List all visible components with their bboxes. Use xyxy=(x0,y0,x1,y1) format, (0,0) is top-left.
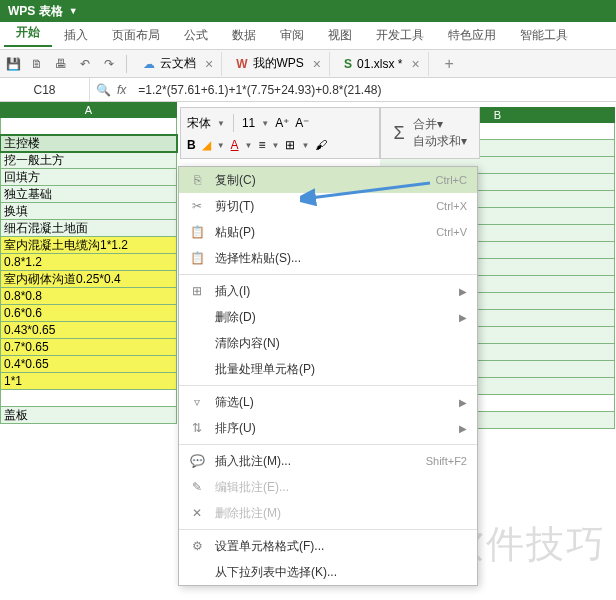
col-a-rows: 主控楼 挖一般土方 回填方 独立基础 换填 细石混凝土地面 室内混凝土电缆沟1*… xyxy=(0,118,177,424)
cell[interactable]: 换填 xyxy=(0,203,177,220)
cell[interactable]: 0.43*0.65 xyxy=(0,322,177,339)
chevron-right-icon: ▶ xyxy=(459,397,467,408)
align-icon[interactable]: ≡ xyxy=(259,138,266,152)
format-painter-icon[interactable]: 🖌 xyxy=(315,138,327,152)
app-title: WPS 表格 xyxy=(8,3,63,20)
preview-icon[interactable]: 🗎 xyxy=(28,55,46,73)
tab-cloud-label: 云文档 xyxy=(160,55,196,72)
close-icon[interactable]: × xyxy=(205,56,213,72)
tab-cloud[interactable]: ☁ 云文档 × xyxy=(135,52,222,76)
cell[interactable]: 0.7*0.65 xyxy=(0,339,177,356)
ctx-clear[interactable]: 清除内容(N) xyxy=(179,330,477,356)
close-icon[interactable]: × xyxy=(411,56,419,72)
cell[interactable]: 独立基础 xyxy=(0,186,177,203)
cell[interactable]: 细石混凝土地面 xyxy=(0,220,177,237)
font-grow-icon[interactable]: A⁺ xyxy=(275,116,289,130)
menu-formula[interactable]: 公式 xyxy=(172,27,220,44)
menu-layout[interactable]: 页面布局 xyxy=(100,27,172,44)
tab-mywps-label: 我的WPS xyxy=(253,55,304,72)
font-color-icon[interactable]: A xyxy=(231,138,239,152)
cell[interactable]: 盖板 xyxy=(0,407,177,424)
merge-label[interactable]: 合并 xyxy=(413,117,437,131)
cell[interactable]: 回填方 xyxy=(0,169,177,186)
quick-toolbar: 💾 🗎 🖶 ↶ ↷ ☁ 云文档 × W 我的WPS × S 01.xlsx * … xyxy=(0,50,616,78)
cell[interactable]: 0.4*0.65 xyxy=(0,356,177,373)
ctx-insert[interactable]: ⊞ 插入(I) ▶ xyxy=(179,278,477,304)
insert-icon: ⊞ xyxy=(189,284,205,298)
ctx-batch[interactable]: 批量处理单元格(P) xyxy=(179,356,477,382)
sort-icon: ⇅ xyxy=(189,421,205,435)
search-icon[interactable]: 🔍 xyxy=(96,83,111,97)
comment-icon: 💬 xyxy=(189,454,205,468)
formula-input[interactable]: =1.2*(57.61+6.1)+1*(7.75+24.93)+0.8*(21.… xyxy=(132,78,616,101)
font-shrink-icon[interactable]: A⁻ xyxy=(295,116,309,130)
save-icon[interactable]: 💾 xyxy=(4,55,22,73)
cell[interactable]: 室内砌体沟道0.25*0.4 xyxy=(0,271,177,288)
new-tab-button[interactable]: + xyxy=(435,55,464,73)
chevron-right-icon: ▶ xyxy=(459,423,467,434)
cut-icon: ✂ xyxy=(189,199,205,213)
menu-start[interactable]: 开始 xyxy=(4,24,52,47)
ctx-insert-comment[interactable]: 💬 插入批注(M)... Shift+F2 xyxy=(179,448,477,474)
border-icon[interactable]: ⊞ xyxy=(285,138,295,152)
chevron-down-icon[interactable]: ▼ xyxy=(245,141,253,150)
ctx-dropdown-pick[interactable]: 从下拉列表中选择(K)... xyxy=(179,559,477,585)
cell[interactable]: 室内混凝土电缆沟1*1.2 xyxy=(0,237,177,254)
cell[interactable]: 0.6*0.6 xyxy=(0,305,177,322)
tab-file[interactable]: S 01.xlsx * × xyxy=(336,52,429,76)
chevron-down-icon[interactable]: ▾ xyxy=(437,117,443,131)
menu-smart[interactable]: 智能工具 xyxy=(508,27,580,44)
col-a-header[interactable]: A xyxy=(0,102,177,118)
print-icon[interactable]: 🖶 xyxy=(52,55,70,73)
chevron-down-icon[interactable]: ▾ xyxy=(461,134,467,148)
menu-insert[interactable]: 插入 xyxy=(52,27,100,44)
menu-dev[interactable]: 开发工具 xyxy=(364,27,436,44)
cell[interactable] xyxy=(0,390,177,407)
ctx-delete[interactable]: 删除(D) ▶ xyxy=(179,304,477,330)
wps-icon: W xyxy=(236,57,247,71)
chevron-down-icon[interactable]: ▼ xyxy=(272,141,280,150)
cell[interactable]: 1*1 xyxy=(0,373,177,390)
chevron-right-icon: ▶ xyxy=(459,312,467,323)
tab-mywps[interactable]: W 我的WPS × xyxy=(228,52,330,76)
cell-selected[interactable]: 主控楼 xyxy=(0,135,177,152)
size-select[interactable]: 11 xyxy=(242,116,255,130)
cell[interactable]: 0.8*1.2 xyxy=(0,254,177,271)
filter-icon: ▿ xyxy=(189,395,205,409)
undo-icon[interactable]: ↶ xyxy=(76,55,94,73)
chevron-down-icon[interactable]: ▼ xyxy=(217,141,225,150)
ctx-copy[interactable]: ⎘ 复制(C) Ctrl+C xyxy=(179,167,477,193)
chevron-down-icon[interactable]: ▼ xyxy=(261,119,269,128)
menu-view[interactable]: 视图 xyxy=(316,27,364,44)
menu-special[interactable]: 特色应用 xyxy=(436,27,508,44)
chevron-down-icon[interactable]: ▼ xyxy=(217,119,225,128)
autosum-label[interactable]: 自动求和 xyxy=(413,134,461,148)
title-dropdown-icon[interactable]: ▼ xyxy=(69,6,78,16)
ctx-paste-special[interactable]: 📋 选择性粘贴(S)... xyxy=(179,245,477,271)
separator xyxy=(179,529,477,530)
cell-reference[interactable]: C18 xyxy=(0,78,90,101)
cell[interactable] xyxy=(0,118,177,135)
redo-icon[interactable]: ↷ xyxy=(100,55,118,73)
menu-review[interactable]: 审阅 xyxy=(268,27,316,44)
ctx-filter[interactable]: ▿ 筛选(L) ▶ xyxy=(179,389,477,415)
paste-icon: 📋 xyxy=(189,225,205,239)
fill-color-icon[interactable]: ◢ xyxy=(202,138,211,152)
chevron-right-icon: ▶ xyxy=(459,286,467,297)
menu-data[interactable]: 数据 xyxy=(220,27,268,44)
ctx-paste[interactable]: 📋 粘贴(P) Ctrl+V xyxy=(179,219,477,245)
format-icon: ⚙ xyxy=(189,539,205,553)
font-select[interactable]: 宋体 xyxy=(187,115,211,132)
ctx-format-cells[interactable]: ⚙ 设置单元格格式(F)... xyxy=(179,533,477,559)
sigma-icon: Σ xyxy=(393,123,404,143)
ctx-cut[interactable]: ✂ 剪切(T) Ctrl+X xyxy=(179,193,477,219)
cell[interactable]: 0.8*0.8 xyxy=(0,288,177,305)
cell[interactable]: 挖一般土方 xyxy=(0,152,177,169)
mini-toolbar: 宋体▼ 11▼ A⁺ A⁻ B ◢▼ A▼ ≡▼ ⊞▼ 🖌 xyxy=(180,107,380,159)
fx-icon[interactable]: fx xyxy=(117,83,126,97)
ctx-sort[interactable]: ⇅ 排序(U) ▶ xyxy=(179,415,477,441)
tab-file-label: 01.xlsx * xyxy=(357,57,402,71)
close-icon[interactable]: × xyxy=(313,56,321,72)
bold-button[interactable]: B xyxy=(187,138,196,152)
chevron-down-icon[interactable]: ▼ xyxy=(301,141,309,150)
